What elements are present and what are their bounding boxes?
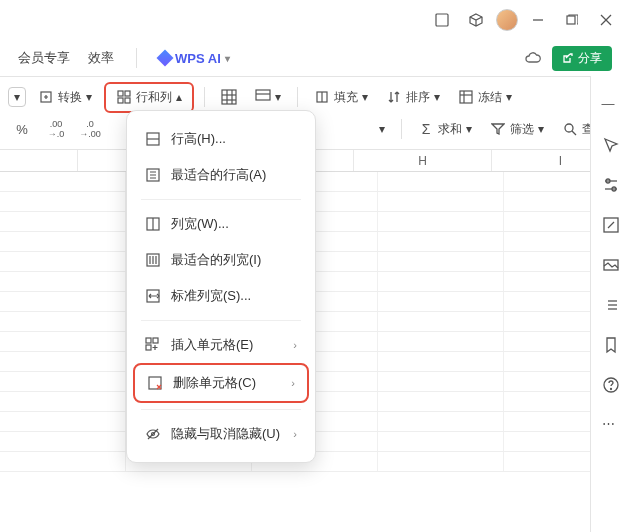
svg-line-22 [572,131,576,135]
right-sidebar: — ⋯ [590,76,630,532]
menu-member[interactable]: 会员专享 [18,49,70,67]
col-width-icon [145,216,161,232]
worksheet-button[interactable] [215,86,243,108]
window-layout-icon[interactable] [428,6,456,34]
cursor-icon[interactable] [602,136,620,154]
format-dropdown[interactable]: ▾ [8,87,26,107]
avatar[interactable] [496,9,518,31]
svg-rect-15 [256,90,270,100]
ai-logo-icon [157,50,174,67]
convert-button[interactable]: 转换 ▾ [32,86,98,109]
svg-rect-10 [222,90,236,104]
dd-std-width[interactable]: 标准列宽(S)... [133,278,309,314]
inc-decimal-icon: .00→.0 [48,121,64,137]
svg-rect-8 [118,98,123,103]
separator [136,48,137,68]
dd-row-height[interactable]: 行高(H)... [133,121,309,157]
share-label: 分享 [578,50,602,67]
rows-cols-icon [116,89,132,105]
rows-cols-dropdown: 行高(H)... 最适合的行高(A) 列宽(W)... 最适合的列宽(I) 标准… [126,110,316,463]
share-icon [562,52,574,64]
insert-cells-icon [145,337,161,353]
freeze-button[interactable]: 冻结 ▾ [452,86,518,109]
row-height-icon [145,131,161,147]
filter-button[interactable]: 筛选 ▾ [484,118,550,141]
delete-cells-icon [147,375,163,391]
search-icon [562,121,578,137]
decrease-decimal-button[interactable]: .0→.00 [76,118,104,140]
increase-decimal-button[interactable]: .00→.0 [42,118,70,140]
percent-button[interactable]: % [8,118,36,140]
sum-button[interactable]: Σ求和 ▾ [412,118,478,141]
titlebar [0,0,630,40]
more-icon[interactable]: ⋯ [602,416,620,434]
wps-ai-label: WPS AI [175,51,221,66]
svg-rect-9 [125,98,130,103]
dd-hide-unhide[interactable]: 隐藏与取消隐藏(U) › [133,416,309,452]
svg-rect-2 [567,16,575,24]
share-button[interactable]: 分享 [552,46,612,71]
expand-icon[interactable] [602,216,620,234]
dd-delete-cells[interactable]: 删除单元格(C) › [133,363,309,403]
rows-cols-highlight: 行和列 ▴ [104,82,194,113]
table-style-button[interactable]: ▾ [249,86,287,108]
table-style-icon [255,89,271,105]
chevron-right-icon: › [291,377,295,389]
svg-rect-44 [146,338,151,343]
minus-icon[interactable]: — [602,96,620,114]
svg-rect-7 [125,91,130,96]
funnel-icon [490,121,506,137]
dec-decimal-icon: .0→.00 [82,121,98,137]
std-width-icon [145,288,161,304]
autofit-row-icon [145,167,161,183]
autofit-col-icon [145,252,161,268]
svg-rect-45 [153,338,158,343]
condfmt-dropdown[interactable]: ▾ [373,119,391,139]
list-icon[interactable] [602,296,620,314]
svg-rect-46 [146,345,151,350]
fill-button[interactable]: 填充 ▾ [308,86,374,109]
sort-icon [386,89,402,105]
cube-icon[interactable] [462,6,490,34]
svg-rect-18 [460,91,472,103]
eye-off-icon [145,426,161,442]
sigma-icon: Σ [418,121,434,137]
cloud-icon[interactable] [524,49,542,67]
bookmark-icon[interactable] [602,336,620,354]
menu-efficiency[interactable]: 效率 [88,49,114,67]
settings-slider-icon[interactable] [602,176,620,194]
chevron-right-icon: › [293,339,297,351]
dd-autofit-col[interactable]: 最适合的列宽(I) [133,242,309,278]
help-icon[interactable] [602,376,620,394]
chevron-right-icon: › [293,428,297,440]
sort-button[interactable]: 排序 ▾ [380,86,446,109]
freeze-icon [458,89,474,105]
wps-ai-button[interactable]: WPS AI▾ [159,51,230,66]
svg-rect-6 [118,91,123,96]
minimize-button[interactable] [524,6,552,34]
dd-col-width[interactable]: 列宽(W)... [133,206,309,242]
dd-autofit-row[interactable]: 最适合的行高(A) [133,157,309,193]
grid-icon [221,89,237,105]
col-h[interactable]: H [354,150,492,171]
convert-icon [38,89,54,105]
close-button[interactable] [592,6,620,34]
svg-rect-0 [436,14,448,26]
fill-icon [314,89,330,105]
gallery-icon[interactable] [602,256,620,274]
menubar: 会员专享 效率 WPS AI▾ 分享 [0,40,630,76]
percent-icon: % [14,121,30,137]
maximize-button[interactable] [558,6,586,34]
rows-cols-button[interactable]: 行和列 ▴ [110,86,188,109]
dd-insert-cells[interactable]: 插入单元格(E) › [133,327,309,363]
svg-point-36 [610,389,611,390]
svg-point-21 [565,124,573,132]
